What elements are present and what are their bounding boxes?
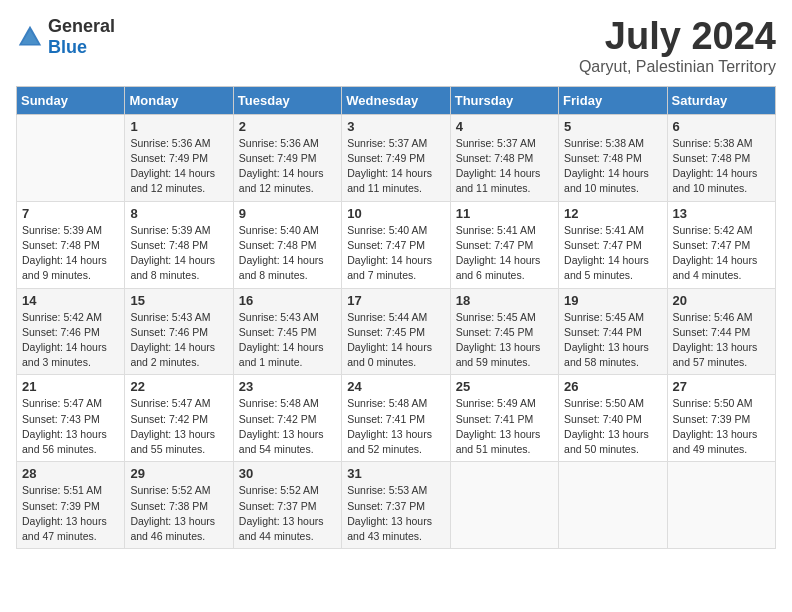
calendar-table: SundayMondayTuesdayWednesdayThursdayFrid… [16,86,776,549]
calendar-cell [667,462,775,549]
calendar-cell: 8Sunrise: 5:39 AM Sunset: 7:48 PM Daylig… [125,201,233,288]
day-info: Sunrise: 5:53 AM Sunset: 7:37 PM Dayligh… [347,483,444,544]
day-number: 26 [564,379,661,394]
day-number: 30 [239,466,336,481]
day-info: Sunrise: 5:39 AM Sunset: 7:48 PM Dayligh… [22,223,119,284]
calendar-cell: 21Sunrise: 5:47 AM Sunset: 7:43 PM Dayli… [17,375,125,462]
day-info: Sunrise: 5:51 AM Sunset: 7:39 PM Dayligh… [22,483,119,544]
day-number: 6 [673,119,770,134]
calendar-cell: 3Sunrise: 5:37 AM Sunset: 7:49 PM Daylig… [342,114,450,201]
column-header-wednesday: Wednesday [342,86,450,114]
day-number: 27 [673,379,770,394]
week-row-2: 7Sunrise: 5:39 AM Sunset: 7:48 PM Daylig… [17,201,776,288]
calendar-cell [559,462,667,549]
logo-icon [16,23,44,51]
calendar-cell: 17Sunrise: 5:44 AM Sunset: 7:45 PM Dayli… [342,288,450,375]
calendar-cell [17,114,125,201]
calendar-cell: 23Sunrise: 5:48 AM Sunset: 7:42 PM Dayli… [233,375,341,462]
calendar-cell: 6Sunrise: 5:38 AM Sunset: 7:48 PM Daylig… [667,114,775,201]
day-number: 23 [239,379,336,394]
day-info: Sunrise: 5:40 AM Sunset: 7:47 PM Dayligh… [347,223,444,284]
day-info: Sunrise: 5:40 AM Sunset: 7:48 PM Dayligh… [239,223,336,284]
title-area: July 2024 Qaryut, Palestinian Territory [579,16,776,76]
column-header-sunday: Sunday [17,86,125,114]
day-info: Sunrise: 5:44 AM Sunset: 7:45 PM Dayligh… [347,310,444,371]
logo-general-text: General [48,16,115,36]
day-number: 12 [564,206,661,221]
day-info: Sunrise: 5:45 AM Sunset: 7:45 PM Dayligh… [456,310,553,371]
calendar-cell: 18Sunrise: 5:45 AM Sunset: 7:45 PM Dayli… [450,288,558,375]
week-row-5: 28Sunrise: 5:51 AM Sunset: 7:39 PM Dayli… [17,462,776,549]
calendar-cell: 1Sunrise: 5:36 AM Sunset: 7:49 PM Daylig… [125,114,233,201]
calendar-cell: 28Sunrise: 5:51 AM Sunset: 7:39 PM Dayli… [17,462,125,549]
calendar-cell: 26Sunrise: 5:50 AM Sunset: 7:40 PM Dayli… [559,375,667,462]
day-number: 18 [456,293,553,308]
day-number: 3 [347,119,444,134]
calendar-cell: 5Sunrise: 5:38 AM Sunset: 7:48 PM Daylig… [559,114,667,201]
day-info: Sunrise: 5:39 AM Sunset: 7:48 PM Dayligh… [130,223,227,284]
page-header: General Blue July 2024 Qaryut, Palestini… [16,16,776,76]
calendar-cell: 19Sunrise: 5:45 AM Sunset: 7:44 PM Dayli… [559,288,667,375]
column-header-saturday: Saturday [667,86,775,114]
day-info: Sunrise: 5:38 AM Sunset: 7:48 PM Dayligh… [564,136,661,197]
day-info: Sunrise: 5:50 AM Sunset: 7:40 PM Dayligh… [564,396,661,457]
main-title: July 2024 [579,16,776,58]
day-number: 10 [347,206,444,221]
day-info: Sunrise: 5:42 AM Sunset: 7:47 PM Dayligh… [673,223,770,284]
day-number: 7 [22,206,119,221]
column-header-friday: Friday [559,86,667,114]
calendar-cell: 10Sunrise: 5:40 AM Sunset: 7:47 PM Dayli… [342,201,450,288]
calendar-cell: 22Sunrise: 5:47 AM Sunset: 7:42 PM Dayli… [125,375,233,462]
calendar-cell: 11Sunrise: 5:41 AM Sunset: 7:47 PM Dayli… [450,201,558,288]
day-number: 20 [673,293,770,308]
day-number: 5 [564,119,661,134]
calendar-cell: 30Sunrise: 5:52 AM Sunset: 7:37 PM Dayli… [233,462,341,549]
calendar-cell: 13Sunrise: 5:42 AM Sunset: 7:47 PM Dayli… [667,201,775,288]
calendar-cell: 7Sunrise: 5:39 AM Sunset: 7:48 PM Daylig… [17,201,125,288]
day-number: 31 [347,466,444,481]
logo-blue-text: Blue [48,37,87,57]
day-info: Sunrise: 5:37 AM Sunset: 7:48 PM Dayligh… [456,136,553,197]
day-info: Sunrise: 5:48 AM Sunset: 7:42 PM Dayligh… [239,396,336,457]
day-number: 29 [130,466,227,481]
day-info: Sunrise: 5:45 AM Sunset: 7:44 PM Dayligh… [564,310,661,371]
calendar-cell [450,462,558,549]
day-number: 13 [673,206,770,221]
calendar-cell: 12Sunrise: 5:41 AM Sunset: 7:47 PM Dayli… [559,201,667,288]
calendar-cell: 2Sunrise: 5:36 AM Sunset: 7:49 PM Daylig… [233,114,341,201]
day-number: 9 [239,206,336,221]
week-row-1: 1Sunrise: 5:36 AM Sunset: 7:49 PM Daylig… [17,114,776,201]
column-header-monday: Monday [125,86,233,114]
day-info: Sunrise: 5:36 AM Sunset: 7:49 PM Dayligh… [130,136,227,197]
calendar-cell: 15Sunrise: 5:43 AM Sunset: 7:46 PM Dayli… [125,288,233,375]
day-info: Sunrise: 5:47 AM Sunset: 7:42 PM Dayligh… [130,396,227,457]
calendar-cell: 31Sunrise: 5:53 AM Sunset: 7:37 PM Dayli… [342,462,450,549]
logo: General Blue [16,16,115,58]
day-number: 15 [130,293,227,308]
day-info: Sunrise: 5:41 AM Sunset: 7:47 PM Dayligh… [564,223,661,284]
day-number: 28 [22,466,119,481]
day-number: 22 [130,379,227,394]
day-info: Sunrise: 5:37 AM Sunset: 7:49 PM Dayligh… [347,136,444,197]
day-number: 25 [456,379,553,394]
day-info: Sunrise: 5:46 AM Sunset: 7:44 PM Dayligh… [673,310,770,371]
calendar-cell: 29Sunrise: 5:52 AM Sunset: 7:38 PM Dayli… [125,462,233,549]
day-info: Sunrise: 5:52 AM Sunset: 7:37 PM Dayligh… [239,483,336,544]
day-info: Sunrise: 5:41 AM Sunset: 7:47 PM Dayligh… [456,223,553,284]
day-number: 4 [456,119,553,134]
calendar-cell: 4Sunrise: 5:37 AM Sunset: 7:48 PM Daylig… [450,114,558,201]
week-row-4: 21Sunrise: 5:47 AM Sunset: 7:43 PM Dayli… [17,375,776,462]
day-number: 24 [347,379,444,394]
day-number: 17 [347,293,444,308]
day-info: Sunrise: 5:52 AM Sunset: 7:38 PM Dayligh… [130,483,227,544]
calendar-cell: 27Sunrise: 5:50 AM Sunset: 7:39 PM Dayli… [667,375,775,462]
header-row: SundayMondayTuesdayWednesdayThursdayFrid… [17,86,776,114]
day-info: Sunrise: 5:36 AM Sunset: 7:49 PM Dayligh… [239,136,336,197]
calendar-cell: 20Sunrise: 5:46 AM Sunset: 7:44 PM Dayli… [667,288,775,375]
column-header-thursday: Thursday [450,86,558,114]
day-number: 14 [22,293,119,308]
week-row-3: 14Sunrise: 5:42 AM Sunset: 7:46 PM Dayli… [17,288,776,375]
calendar-cell: 16Sunrise: 5:43 AM Sunset: 7:45 PM Dayli… [233,288,341,375]
day-info: Sunrise: 5:47 AM Sunset: 7:43 PM Dayligh… [22,396,119,457]
day-info: Sunrise: 5:49 AM Sunset: 7:41 PM Dayligh… [456,396,553,457]
